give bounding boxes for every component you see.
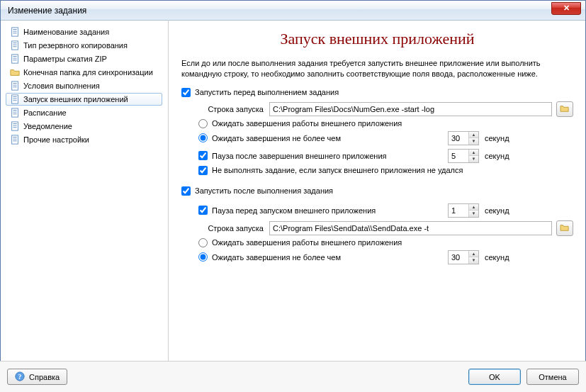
after-wait-timed-row: Ожидать завершения не более чем ▲▼ секун…: [198, 250, 573, 265]
spinner-arrows[interactable]: ▲▼: [468, 251, 478, 264]
before-fail-abort-label: Не выполнять задание, если запуск внешне…: [212, 166, 463, 174]
before-wait-unit: секунд: [485, 134, 509, 142]
before-cmd-label: Строка запуска: [198, 105, 269, 113]
main-panel: Запуск внешних приложений Если до или по…: [169, 20, 586, 361]
sidebar-item-label: Запуск внешних приложений: [23, 95, 128, 103]
after-wait-timed-label: Ожидать завершения не более чем: [212, 253, 341, 262]
before-wait-timed-label: Ожидать завершения не более чем: [212, 134, 341, 142]
after-wait-seconds-input[interactable]: [449, 251, 468, 264]
folder-icon: [9, 67, 21, 78]
before-pause-after-unit: секунд: [485, 152, 509, 160]
sidebar-item-label: Наименование задания: [23, 28, 109, 36]
after-wait-seconds-spinner[interactable]: ▲▼: [448, 250, 479, 264]
after-wait-finish-row: Ожидать завершения работы внешнего прило…: [198, 238, 573, 247]
help-label: Справка: [29, 373, 60, 381]
after-cmd-label: Строка запуска: [198, 224, 269, 233]
page-title: Запуск внешних приложений: [181, 30, 573, 48]
before-wait-seconds-input[interactable]: [449, 132, 468, 145]
spinner-arrows[interactable]: ▲▼: [468, 150, 478, 162]
svg-rect-0: [12, 28, 18, 36]
svg-text:?: ?: [18, 372, 22, 380]
folder-open-icon: [560, 104, 570, 114]
after-wait-unit: секунд: [485, 253, 509, 262]
sidebar-item-other[interactable]: Прочие настройки: [6, 133, 162, 146]
after-pause-before-checkbox[interactable]: [198, 206, 208, 215]
intro-text: Если до или после выполнения задания тре…: [181, 58, 573, 79]
after-pause-before-row: Пауза перед запуском внешнего приложения…: [198, 203, 573, 218]
svg-rect-8: [12, 55, 18, 63]
before-enable-label: Запустить перед выполнением задания: [195, 88, 339, 96]
before-browse-button[interactable]: [556, 101, 573, 117]
sidebar-item-zip[interactable]: Параметры сжатия ZIP: [6, 52, 162, 65]
after-wait-finish-label: Ожидать завершения работы внешнего прило…: [212, 238, 402, 247]
svg-rect-20: [12, 108, 18, 117]
after-browse-button[interactable]: [556, 220, 573, 236]
before-enable-checkbox[interactable]: [181, 88, 191, 97]
before-cmd-input[interactable]: [269, 102, 552, 116]
before-wait-finish-row: Ожидать завершения работы внешнего прило…: [198, 119, 573, 128]
document-icon: [9, 121, 21, 132]
sidebar-item-label: Уведомление: [23, 122, 72, 130]
document-icon: [9, 107, 21, 118]
before-pause-after-checkbox[interactable]: [198, 151, 208, 160]
before-fail-abort-row: Не выполнять задание, если запуск внешне…: [198, 166, 573, 175]
before-enable-row: Запустить перед выполнением задания: [181, 88, 573, 97]
sidebar-item-label: Расписание: [23, 108, 67, 117]
document-icon: [9, 134, 21, 145]
help-icon: ?: [15, 371, 25, 383]
sidebar-item-notification[interactable]: Уведомление: [6, 120, 162, 133]
sidebar-item-name[interactable]: Наименование задания: [6, 26, 162, 38]
before-cmd-row: Строка запуска: [198, 101, 573, 117]
before-wait-timed-row: Ожидать завершения не более чем ▲▼ секун…: [198, 130, 573, 146]
spinner-arrows[interactable]: ▲▼: [468, 204, 478, 217]
before-pause-after-label: Пауза после завершения внешнего приложен…: [212, 152, 386, 160]
bottom-bar: ? Справка OK Отмена: [0, 361, 586, 392]
sidebar-item-conditions[interactable]: Условия выполнения: [6, 79, 162, 92]
document-icon: [9, 26, 21, 38]
spinner-arrows[interactable]: ▲▼: [468, 132, 478, 145]
after-enable-checkbox[interactable]: [181, 186, 191, 196]
titlebar: Изменение задания ✕: [1, 1, 585, 21]
before-wait-timed-radio[interactable]: [198, 133, 208, 142]
sidebar-item-label: Прочие настройки: [23, 135, 89, 144]
after-wait-finish-radio[interactable]: [198, 238, 208, 247]
before-wait-finish-label: Ожидать завершения работы внешнего прило…: [212, 119, 402, 128]
help-button[interactable]: ? Справка: [7, 369, 67, 385]
before-fail-abort-checkbox[interactable]: [198, 166, 208, 175]
ok-button[interactable]: OK: [468, 369, 521, 385]
sidebar-item-external-apps[interactable]: Запуск внешних приложений: [6, 93, 162, 106]
after-pause-before-label: Пауза перед запуском внешнего приложения: [212, 206, 376, 215]
after-cmd-input[interactable]: [269, 221, 552, 235]
cancel-button[interactable]: Отмена: [526, 369, 579, 385]
window-title: Изменение задания: [8, 6, 86, 16]
after-wait-timed-radio[interactable]: [198, 252, 208, 262]
sidebar-item-label: Параметры сжатия ZIP: [23, 55, 107, 63]
svg-rect-12: [12, 82, 18, 90]
after-pause-before-input[interactable]: [449, 204, 468, 217]
sidebar-item-schedule[interactable]: Расписание: [6, 106, 162, 119]
document-icon: [9, 80, 21, 91]
document-icon: [9, 53, 21, 65]
sidebar-item-label: Тип резервного копирования: [23, 41, 128, 50]
sidebar-item-label: Условия выполнения: [23, 82, 100, 90]
close-button[interactable]: ✕: [551, 2, 581, 15]
after-pause-before-spinner[interactable]: ▲▼: [448, 203, 479, 218]
sidebar-item-label: Конечная папка для синхронизации: [23, 68, 153, 77]
content-area: Наименование задания Тип резервного копи…: [0, 20, 586, 361]
document-icon: [9, 94, 21, 105]
after-pause-before-unit: секунд: [485, 206, 509, 215]
before-pause-after-row: Пауза после завершения внешнего приложен…: [198, 148, 573, 164]
svg-rect-16: [12, 95, 18, 103]
document-icon: [9, 40, 21, 51]
sidebar-item-sync-folder[interactable]: Конечная папка для синхронизации: [6, 66, 162, 79]
before-pause-after-spinner[interactable]: ▲▼: [448, 149, 479, 163]
svg-rect-28: [12, 135, 18, 144]
before-wait-seconds-spinner[interactable]: ▲▼: [448, 131, 479, 145]
sidebar: Наименование задания Тип резервного копи…: [0, 20, 169, 361]
svg-rect-4: [12, 41, 18, 50]
after-cmd-row: Строка запуска: [198, 220, 573, 236]
before-wait-finish-radio[interactable]: [198, 119, 208, 128]
sidebar-item-backup-type[interactable]: Тип резервного копирования: [6, 39, 162, 52]
before-pause-after-input[interactable]: [449, 150, 468, 162]
svg-rect-24: [12, 122, 18, 130]
